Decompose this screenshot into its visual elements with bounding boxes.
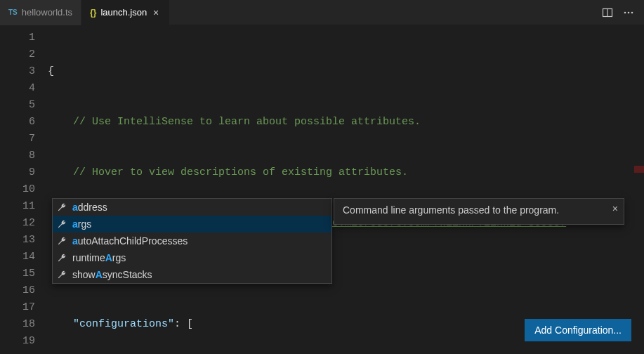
wrench-icon (57, 236, 67, 246)
tab-label: helloworld.ts (22, 7, 72, 18)
code-editor[interactable]: 123 456 789 101112 131415 161718 19 { //… (0, 25, 644, 354)
close-icon[interactable]: × (151, 8, 161, 18)
suggest-item-address[interactable]: address (53, 199, 331, 216)
json-icon: {} (90, 8, 96, 18)
wrench-icon (57, 219, 67, 229)
suggest-item-autoattach[interactable]: autoAttachChildProcesses (53, 232, 331, 249)
editor-actions (592, 7, 644, 18)
tab-helloworld[interactable]: TS helloworld.ts (0, 0, 81, 25)
line-number-gutter: 123 456 789 101112 131415 161718 19 (0, 25, 48, 354)
split-editor-icon[interactable] (602, 7, 613, 18)
suggest-item-runtimeargs[interactable]: runtimeArgs (53, 249, 331, 266)
suggest-item-showasyncstacks[interactable]: showAsyncStacks (53, 266, 331, 283)
add-configuration-button[interactable]: Add Configuration... (525, 319, 631, 341)
suggest-item-args[interactable]: args (53, 216, 331, 232)
tab-bar: TS helloworld.ts {} launch.json × (0, 0, 644, 25)
suggest-doc-popup: × Command line arguments passed to the p… (334, 198, 624, 225)
code-content[interactable]: { // Use IntelliSense to learn about pos… (48, 25, 644, 354)
svg-point-2 (624, 11, 626, 13)
overview-ruler[interactable] (634, 25, 644, 354)
wrench-icon (57, 202, 67, 212)
wrench-icon (57, 270, 67, 280)
typescript-icon: TS (8, 8, 18, 16)
comment: // Hover to view descriptions of existin… (48, 166, 408, 178)
brace-open: { (48, 65, 54, 77)
close-icon[interactable]: × (612, 203, 618, 214)
tab-launchjson[interactable]: {} launch.json × (81, 0, 170, 25)
more-actions-icon[interactable] (623, 7, 634, 18)
intellisense-suggest-list: address args autoAttachChildProcesses ru… (52, 198, 332, 284)
svg-point-4 (631, 11, 633, 13)
doc-text: Command line arguments passed to the pro… (343, 204, 559, 216)
wrench-icon (57, 253, 67, 263)
tab-label: launch.json (100, 7, 147, 18)
svg-point-3 (628, 11, 630, 13)
comment: // Use IntelliSense to learn about possi… (48, 116, 421, 128)
error-marker[interactable] (634, 166, 644, 173)
